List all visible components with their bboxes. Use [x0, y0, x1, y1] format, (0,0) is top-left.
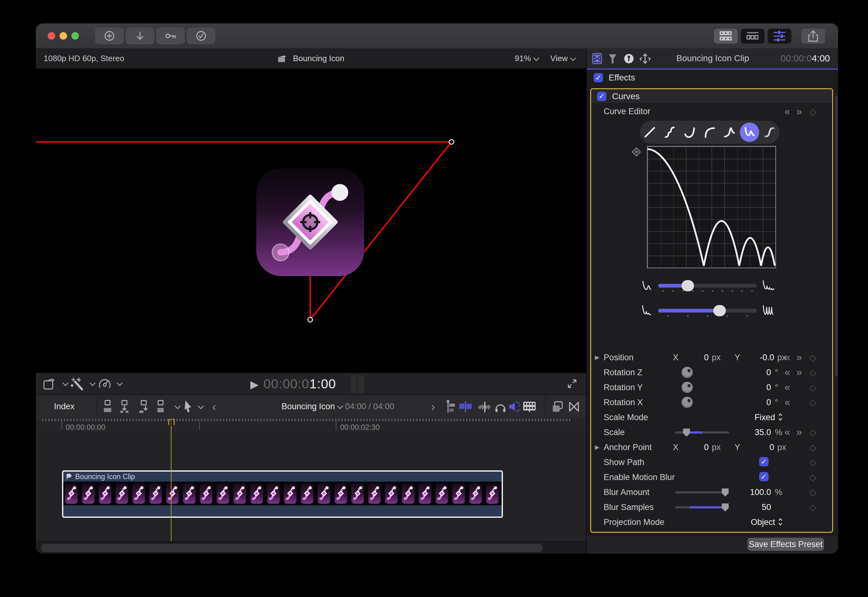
- anchor-y-field[interactable]: 0: [743, 443, 774, 452]
- add-keyframe-button[interactable]: ◇: [809, 442, 816, 453]
- effects-checkbox[interactable]: ✓: [594, 73, 603, 82]
- add-keyframe-button[interactable]: ◇: [809, 107, 816, 117]
- audio-meter-right[interactable]: [358, 376, 364, 393]
- chevron-down-icon[interactable]: [175, 403, 181, 409]
- previous-keyframe-button[interactable]: «: [784, 382, 790, 392]
- timeline-tracks[interactable]: Bouncing Icon Clip: [36, 434, 586, 541]
- rotation-z-field[interactable]: 0: [740, 368, 771, 377]
- show-browser-button[interactable]: [714, 29, 738, 44]
- audio-skimming-toggle[interactable]: [507, 400, 521, 416]
- curve-type-ease-in-out-button[interactable]: [660, 123, 679, 142]
- chevron-down-icon[interactable]: [198, 403, 204, 409]
- motion-path-keyframe-point[interactable]: [308, 318, 313, 322]
- scale-mode-popup[interactable]: Fixed: [725, 413, 775, 422]
- stepper-chevrons-icon[interactable]: [778, 517, 783, 529]
- titlebar[interactable]: [36, 24, 838, 49]
- viewer-canvas[interactable]: [36, 68, 586, 373]
- play-button[interactable]: ▶: [250, 378, 258, 391]
- blur-samples-field[interactable]: 50: [740, 502, 771, 512]
- previous-keyframe-button[interactable]: «: [784, 427, 790, 437]
- add-keyframe-button[interactable]: ◇: [809, 502, 816, 512]
- retime-menu[interactable]: [98, 377, 112, 392]
- anchor-x-field[interactable]: 0: [684, 443, 709, 452]
- curves-checkbox[interactable]: ✓: [597, 92, 606, 101]
- view-menu[interactable]: View: [550, 53, 575, 63]
- blur-samples-slider[interactable]: [675, 506, 729, 508]
- show-path-checkbox[interactable]: ✓: [759, 457, 769, 466]
- append-edit-button[interactable]: [138, 399, 151, 416]
- curve-type-custom-button[interactable]: [760, 123, 779, 142]
- keywords-button[interactable]: [156, 27, 185, 44]
- rotation-x-field[interactable]: 0: [740, 398, 771, 407]
- bouncing-icon-object[interactable]: [256, 168, 364, 276]
- import-media-button[interactable]: [126, 27, 154, 44]
- next-keyframe-button[interactable]: »: [796, 107, 802, 116]
- curve-type-bounce-button[interactable]: [740, 123, 759, 142]
- minimize-window-button[interactable]: [59, 32, 67, 40]
- rotation-z-dial[interactable]: [681, 367, 693, 378]
- save-effects-preset-button[interactable]: Save Effects Preset: [747, 538, 824, 551]
- enhancements-menu[interactable]: [70, 377, 84, 392]
- vertical-scrollbar[interactable]: [835, 96, 838, 376]
- slider-thumb[interactable]: [722, 503, 729, 512]
- next-keyframe-button[interactable]: »: [796, 427, 802, 437]
- projection-mode-popup[interactable]: Object: [725, 517, 775, 527]
- connect-edit-button[interactable]: [102, 399, 114, 416]
- timeline-ruler[interactable]: 00:00:00:00 00:00:02:30: [36, 419, 586, 434]
- insert-edit-button[interactable]: [119, 399, 131, 416]
- add-keyframe-button[interactable]: ◇: [809, 367, 816, 378]
- show-timeline-button[interactable]: [741, 29, 764, 44]
- show-inspector-button[interactable]: [767, 29, 791, 44]
- blur-amount-slider[interactable]: [675, 491, 729, 493]
- index-button[interactable]: Index: [54, 402, 74, 411]
- clip-appearance-button[interactable]: [522, 400, 536, 416]
- expand-viewer-button[interactable]: [566, 377, 578, 391]
- curve-editor-graph[interactable]: [647, 146, 776, 268]
- motion-path[interactable]: [36, 142, 452, 320]
- zoom-menu[interactable]: 91%: [515, 53, 538, 63]
- blur-amount-field[interactable]: 100.0: [740, 487, 771, 497]
- enable-motion-blur-checkbox[interactable]: ✓: [759, 472, 769, 481]
- position-y-field[interactable]: -0.0: [743, 353, 774, 362]
- next-clip-button[interactable]: ›: [431, 401, 435, 414]
- slider-track[interactable]: [658, 309, 757, 313]
- add-keyframe-button[interactable]: ◇: [809, 457, 816, 468]
- slider-thumb[interactable]: [722, 489, 729, 496]
- curve-type-linear-button[interactable]: [640, 123, 659, 142]
- previous-clip-button[interactable]: ‹: [212, 401, 216, 414]
- add-keyframe-button[interactable]: ◇: [809, 472, 816, 483]
- scale-field[interactable]: 35.0: [740, 428, 771, 437]
- show-secondary-timeline-button[interactable]: [551, 400, 564, 416]
- rotation-y-field[interactable]: 0: [740, 383, 771, 392]
- slider-track[interactable]: [658, 284, 757, 288]
- previous-keyframe-button[interactable]: «: [784, 367, 790, 377]
- stepper-chevrons-icon[interactable]: [778, 412, 783, 424]
- previous-keyframe-button[interactable]: «: [784, 352, 790, 362]
- close-window-button[interactable]: [48, 32, 55, 40]
- next-keyframe-button[interactable]: »: [796, 367, 802, 377]
- previous-keyframe-button[interactable]: «: [784, 107, 790, 116]
- add-keyframe-button[interactable]: ◇: [809, 382, 816, 393]
- previous-keyframe-button[interactable]: «: [784, 397, 790, 407]
- background-tasks-button[interactable]: [187, 27, 215, 44]
- chevron-down-icon[interactable]: [62, 380, 68, 386]
- audio-meter-left[interactable]: [351, 376, 357, 393]
- curve-type-ease-in-button[interactable]: [680, 123, 699, 142]
- zoom-window-button[interactable]: [71, 32, 79, 40]
- bounce-curve[interactable]: [647, 149, 775, 266]
- snapping-toggle[interactable]: [459, 401, 473, 415]
- audio-waveform-toggle[interactable]: [478, 400, 492, 416]
- motion-path-keyframe-point[interactable]: [449, 140, 454, 144]
- curve-type-ease-out-button[interactable]: [700, 123, 719, 142]
- add-keyframe-button[interactable]: ◇: [809, 487, 816, 498]
- add-keyframe-button[interactable]: ◇: [809, 427, 816, 438]
- chevron-down-icon[interactable]: [89, 380, 96, 386]
- rotation-x-dial[interactable]: [681, 397, 693, 408]
- chevron-down-icon[interactable]: [117, 380, 123, 386]
- share-button[interactable]: [801, 29, 825, 44]
- timeline-clip[interactable]: Bouncing Icon Clip: [62, 470, 503, 518]
- solo-toggle[interactable]: [493, 400, 507, 416]
- timeline-clip-menu[interactable]: Bouncing Icon: [281, 402, 342, 411]
- disclosure-triangle-icon[interactable]: ▶: [595, 444, 600, 451]
- close-timeline-button[interactable]: [567, 400, 581, 416]
